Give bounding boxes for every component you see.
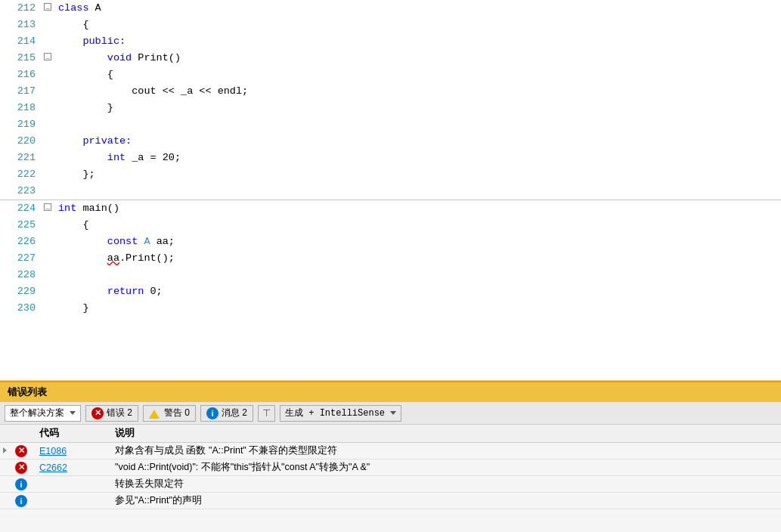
code-editor: 212 class A 213 { 214 public: 215 void xyxy=(0,0,781,381)
error-code-link-c2662[interactable]: C2662 xyxy=(39,462,67,473)
error-row-info1[interactable]: i 转换丢失限定符 xyxy=(0,476,781,493)
line-num-218: 218 xyxy=(0,100,42,116)
code-content: 212 class A 213 { 214 public: 215 void xyxy=(0,0,781,380)
line-num-217: 217 xyxy=(0,83,42,100)
code-line-219: 219 xyxy=(0,116,781,133)
line-code-221: int _a = 20; xyxy=(57,150,781,166)
code-line-224: 224 int main() xyxy=(0,200,781,217)
error-code-c2662[interactable]: C2662 xyxy=(33,462,109,473)
code-line-216: 216 { xyxy=(0,66,781,83)
error-filter-button[interactable]: ✕ 错误 2 xyxy=(85,405,138,422)
line-num-227: 227 xyxy=(0,250,42,267)
warning-btn-label: 警告 0 xyxy=(164,407,190,419)
info-filter-button[interactable]: i 消息 2 xyxy=(200,405,253,422)
line-code-216: { xyxy=(57,66,781,83)
code-line-229: 229 return 0; xyxy=(0,283,781,300)
line-num-228: 228 xyxy=(0,267,42,283)
scope-label: 整个解决方案 xyxy=(10,407,64,419)
line-code-225: { xyxy=(57,217,781,234)
line-code-218: } xyxy=(57,100,781,116)
error-panel-header: 错误列表 xyxy=(0,382,781,402)
line-num-216: 216 xyxy=(0,66,42,83)
warning-filter-button[interactable]: 警告 0 xyxy=(143,405,196,422)
code-line-222: 222 }; xyxy=(0,166,781,183)
line-num-230: 230 xyxy=(0,300,42,317)
col-header-code[interactable]: 代码 xyxy=(33,427,109,440)
collapse-btn-215[interactable] xyxy=(42,53,54,60)
error-desc-e1086: 对象含有与成员 函数 "A::Print" 不兼容的类型限定符 xyxy=(109,444,781,457)
error-row-e1086[interactable]: ✕ E1086 对象含有与成员 函数 "A::Print" 不兼容的类型限定符 xyxy=(0,443,781,459)
line-code-227: aa.Print(); xyxy=(57,250,781,267)
line-code-213: { xyxy=(57,17,781,33)
line-num-221: 221 xyxy=(0,150,42,166)
build-chevron-icon xyxy=(390,411,396,415)
scope-chevron-icon xyxy=(70,411,76,415)
code-line-213: 213 { xyxy=(0,17,781,33)
error-icon-e1086: ✕ xyxy=(15,445,33,457)
build-label: 生成 + IntelliSense xyxy=(285,407,385,419)
line-num-215: 215 xyxy=(0,50,42,66)
error-desc-info2: 参见"A::Print"的声明 xyxy=(109,494,781,507)
line-num-229: 229 xyxy=(0,283,42,300)
line-num-220: 220 xyxy=(0,133,42,150)
info-icon: i xyxy=(206,407,218,419)
error-panel-title: 错误列表 xyxy=(8,385,47,399)
line-num-214: 214 xyxy=(0,33,42,50)
line-num-222: 222 xyxy=(0,166,42,183)
info-badge-info1: i xyxy=(15,478,27,490)
line-code-220: private: xyxy=(57,133,781,150)
error-icon: ✕ xyxy=(91,407,104,419)
line-num-213: 213 xyxy=(0,17,42,33)
code-line-227: 227 aa.Print(); xyxy=(0,250,781,267)
code-line-223: 223 xyxy=(0,183,781,200)
error-icon-c2662: ✕ xyxy=(15,462,33,474)
line-code-226: const A aa; xyxy=(57,234,781,250)
expand-btn-e1086[interactable] xyxy=(0,447,15,455)
error-panel-toolbar: 整个解决方案 ✕ 错误 2 警告 0 i 消息 2 ⊤ 生成 + Intelli… xyxy=(0,402,781,425)
code-line-217: 217 cout << _a << endl; xyxy=(0,83,781,100)
line-num-212: 212 xyxy=(0,0,42,17)
info-icon-info2: i xyxy=(15,495,33,507)
error-btn-label: 错误 2 xyxy=(107,407,132,419)
line-num-224: 224 xyxy=(0,200,42,217)
code-line-230: 230 } xyxy=(0,300,781,317)
col-header-desc[interactable]: 说明 xyxy=(109,427,781,440)
line-num-225: 225 xyxy=(0,217,42,234)
line-num-223: 223 xyxy=(0,183,42,200)
filter-button[interactable]: ⊤ xyxy=(258,405,275,422)
error-table: 代码 说明 ✕ E1086 对象含有与成员 函数 "A::Print" 不兼容的… xyxy=(0,425,781,532)
error-panel: 错误列表 整个解决方案 ✕ 错误 2 警告 0 i 消息 2 ⊤ 生成 + In… xyxy=(0,381,781,532)
error-row-info2[interactable]: i 参见"A::Print"的声明 xyxy=(0,493,781,509)
line-code-229: return 0; xyxy=(57,283,781,300)
code-line-226: 226 const A aa; xyxy=(0,234,781,250)
filter-icon: ⊤ xyxy=(262,407,271,419)
error-desc-c2662: "void A::Print(void)": 不能将"this"指针从"cons… xyxy=(109,461,781,474)
error-table-header: 代码 说明 xyxy=(0,425,781,443)
code-line-218: 218 } xyxy=(0,100,781,116)
error-desc-info1: 转换丢失限定符 xyxy=(109,478,781,490)
collapse-btn-224[interactable] xyxy=(42,203,54,211)
line-code-215: void Print() xyxy=(57,50,781,66)
line-code-224: int main() xyxy=(57,200,781,217)
error-code-e1086[interactable]: E1086 xyxy=(33,446,109,456)
error-badge-e1086: ✕ xyxy=(15,445,27,457)
code-line-214: 214 public: xyxy=(0,33,781,50)
scope-dropdown[interactable]: 整个解决方案 xyxy=(5,405,81,422)
info-badge-info2: i xyxy=(15,495,27,507)
code-line-215: 215 void Print() xyxy=(0,50,781,66)
code-line-212: 212 class A xyxy=(0,0,781,17)
line-num-219: 219 xyxy=(0,116,42,133)
line-code-222: }; xyxy=(57,166,781,183)
line-code-212: class A xyxy=(57,0,781,17)
error-row-c2662[interactable]: ✕ C2662 "void A::Print(void)": 不能将"this"… xyxy=(0,459,781,476)
build-filter-dropdown[interactable]: 生成 + IntelliSense xyxy=(280,405,401,422)
info-btn-label: 消息 2 xyxy=(222,407,247,419)
info-icon-info1: i xyxy=(15,478,33,490)
collapse-btn-212[interactable] xyxy=(42,3,54,11)
code-line-220: 220 private: xyxy=(0,133,781,150)
code-line-221: 221 int _a = 20; xyxy=(0,150,781,166)
line-code-217: cout << _a << endl; xyxy=(57,83,781,100)
line-code-214: public: xyxy=(57,33,781,50)
error-code-link-e1086[interactable]: E1086 xyxy=(39,446,67,456)
code-line-228: 228 xyxy=(0,267,781,283)
